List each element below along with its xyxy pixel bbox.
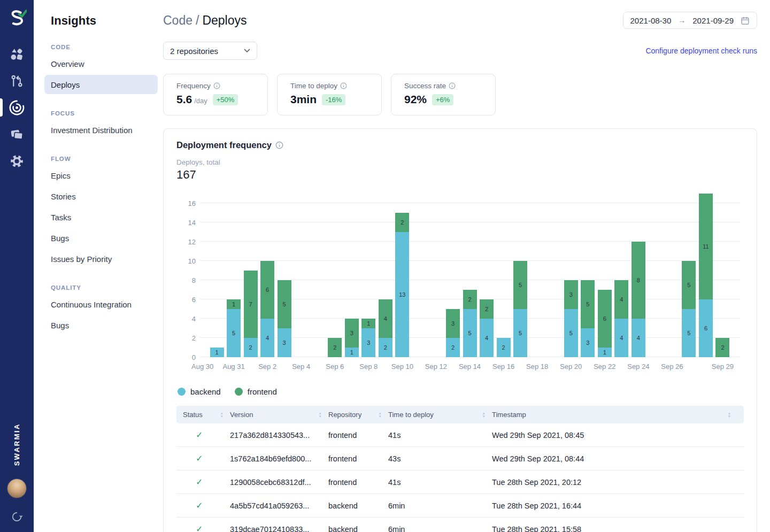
x-axis-label: Sep 14	[459, 363, 481, 371]
deploy-bar-sep-8[interactable]: 31	[361, 319, 375, 357]
deploy-bar-sep-16[interactable]: 2	[497, 338, 511, 357]
sidebar-item-bugs[interactable]: Bugs	[44, 315, 158, 335]
table-row[interactable]: ✓1290058cebc68312df...frontend41sTue 28t…	[176, 471, 744, 494]
column-label: Time to deploy	[388, 411, 434, 419]
sidebar-item-deploys[interactable]: Deploys	[44, 75, 158, 94]
info-icon[interactable]	[213, 82, 220, 89]
sidebar-item-stories[interactable]: Stories	[44, 187, 158, 206]
backend-segment: 2	[497, 338, 511, 357]
x-axis-label: Aug 31	[222, 363, 244, 371]
deploy-bar-sep-1[interactable]: 27	[244, 271, 258, 357]
frontend-segment: 5	[513, 261, 527, 309]
info-icon[interactable]	[449, 82, 456, 89]
metric-value: 5.6	[176, 93, 192, 106]
cell-time-to-deploy: 43s	[388, 454, 492, 463]
deploy-bar-sep-21[interactable]: 35	[581, 280, 595, 357]
table-row[interactable]: ✓4a5b57cd41a059263...backend6minTue 28th…	[176, 494, 744, 518]
pull-requests-icon[interactable]	[0, 67, 34, 94]
deploy-bar-sep-20[interactable]: 53	[564, 280, 578, 357]
frontend-segment: 2	[328, 338, 342, 357]
deploy-bar-sep-7[interactable]: 13	[345, 319, 359, 357]
sidebar-item-continuous-integration[interactable]: Continuous Integration	[44, 295, 158, 314]
deploy-bar-sep-6[interactable]: 2	[328, 338, 342, 357]
sort-icon[interactable]: ▲▼	[728, 412, 737, 418]
sort-icon[interactable]: ▲▼	[319, 412, 328, 418]
deploy-bar-sep-15[interactable]: 42	[480, 299, 494, 357]
column-header-status[interactable]: Status▲▼	[183, 406, 230, 423]
settings-gear-icon[interactable]	[0, 148, 34, 174]
teams-icon[interactable]	[0, 41, 34, 67]
legend-item-backend[interactable]: backend	[178, 387, 221, 396]
deploy-bar-sep-27[interactable]: 55	[682, 261, 696, 357]
column-header-repository[interactable]: Repository▲▼	[328, 406, 388, 423]
deploy-bar-sep-10[interactable]: 132	[395, 213, 409, 357]
boards-icon[interactable]	[0, 121, 34, 148]
deploy-bar-sep-29[interactable]: 2	[715, 338, 729, 357]
metric-delta-badge: +6%	[432, 94, 453, 105]
sort-icon[interactable]: ▲▼	[220, 412, 230, 418]
repository-filter-select[interactable]: 2 repositories	[163, 42, 257, 60]
segment-value: 4	[620, 296, 623, 303]
sidebar-item-overview[interactable]: Overview	[44, 54, 158, 73]
deploy-bar-sep-22[interactable]: 16	[598, 290, 612, 357]
user-avatar[interactable]	[7, 479, 27, 498]
legend-item-frontend[interactable]: frontend	[235, 387, 277, 396]
sidebar-item-issues-by-priority[interactable]: Issues by Priority	[44, 249, 158, 268]
deploy-bar-aug-30[interactable]: 1	[210, 348, 224, 357]
date-end[interactable]: 2021-09-29	[692, 16, 734, 25]
x-axis-label: Sep 12	[425, 363, 447, 371]
table-row[interactable]: ✓217a362d814330543...frontend41sWed 29th…	[176, 423, 744, 447]
segment-value: 13	[399, 291, 405, 298]
insights-target-icon[interactable]	[0, 94, 34, 121]
sidebar-item-bugs[interactable]: Bugs	[44, 228, 158, 248]
column-header-time-to-deploy[interactable]: Time to deploy▲▼	[388, 406, 492, 423]
metric-label: Frequency	[176, 82, 259, 90]
deploy-bar-sep-9[interactable]: 24	[379, 299, 392, 357]
sidebar-item-epics[interactable]: Epics	[44, 166, 158, 185]
cell-timestamp: Wed 29th Sep 2021, 08:45	[492, 431, 737, 440]
breadcrumb-section[interactable]: Code	[163, 13, 192, 27]
backend-segment: 3	[581, 328, 595, 357]
sidebar-item-tasks[interactable]: Tasks	[44, 207, 158, 227]
deploy-bar-sep-28[interactable]: 611	[699, 194, 713, 357]
deploy-bar-sep-17[interactable]: 55	[513, 261, 527, 357]
sort-icon[interactable]: ▲▼	[379, 412, 388, 418]
sidebar-item-investment-distribution[interactable]: Investment Distribution	[44, 120, 158, 140]
configure-check-runs-link[interactable]: Configure deployment check runs	[645, 47, 757, 55]
segment-value: 2	[401, 219, 404, 226]
cell-time-to-deploy: 41s	[388, 431, 492, 440]
chart-title: Deployment frequency	[176, 140, 272, 150]
swarmia-logo-icon[interactable]	[6, 7, 28, 29]
logout-icon[interactable]	[11, 511, 22, 522]
deploy-bar-sep-23[interactable]: 44	[614, 280, 628, 357]
table-row[interactable]: ✓319dcae7012410833...backend6minTue 28th…	[176, 518, 744, 532]
sort-icon[interactable]: ▲▼	[482, 412, 492, 418]
y-axis-label: 12	[178, 238, 196, 246]
deploy-bar-sep-14[interactable]: 52	[463, 290, 477, 357]
info-icon[interactable]	[275, 141, 283, 149]
deploy-bar-sep-3[interactable]: 35	[278, 280, 291, 357]
cell-repository: backend	[328, 525, 388, 532]
segment-value: 1	[367, 320, 370, 327]
deploy-bar-sep-13[interactable]: 23	[446, 309, 460, 357]
frontend-segment: 7	[244, 271, 258, 338]
segment-value: 3	[586, 340, 589, 346]
x-axis-label: Sep 29	[712, 363, 734, 371]
x-axis-label: Sep 4	[292, 363, 310, 371]
backend-segment: 4	[260, 319, 274, 357]
date-range-picker[interactable]: 2021-08-30 → 2021-09-29	[623, 12, 757, 29]
column-header-timestamp[interactable]: Timestamp▲▼	[492, 406, 737, 423]
segment-value: 6	[704, 325, 707, 331]
deploys-total-label: Deploys, total	[176, 158, 744, 166]
metric-delta-badge: -16%	[322, 94, 345, 105]
deploy-bar-sep-24[interactable]: 48	[632, 242, 645, 357]
table-row[interactable]: ✓1s762a184b69efd800...frontend43sWed 29t…	[176, 447, 744, 471]
info-icon[interactable]	[340, 82, 347, 89]
deploy-bar-sep-2[interactable]: 46	[260, 261, 274, 357]
success-check-icon: ✓	[196, 454, 203, 463]
column-header-version[interactable]: Version▲▼	[230, 406, 328, 423]
deploy-bar-aug-31[interactable]: 51	[227, 299, 241, 357]
segment-value: 4	[266, 335, 269, 341]
y-axis-label: 16	[178, 199, 196, 207]
date-start[interactable]: 2021-08-30	[630, 16, 672, 25]
